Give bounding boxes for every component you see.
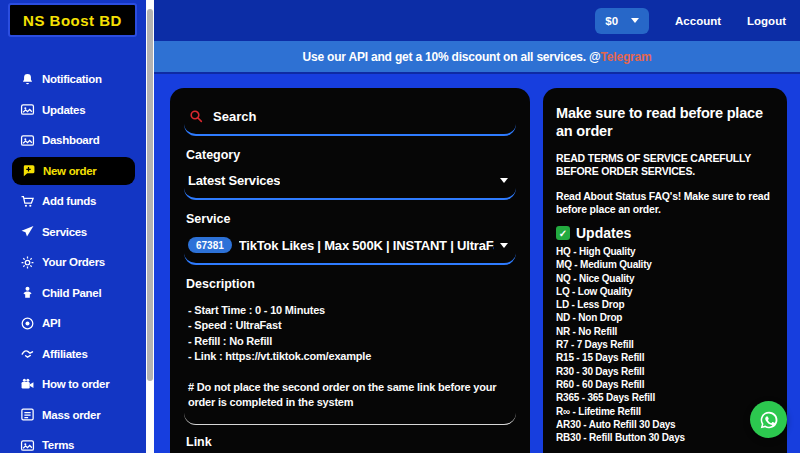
sidebar-item-affiliates[interactable]: Affiliates (0, 339, 146, 370)
category-select[interactable]: Latest Services (184, 166, 516, 200)
sidebar-item-label: API (42, 317, 60, 329)
paper-plane-icon (20, 224, 35, 239)
updates-list-item: LD - Less Drop (556, 298, 774, 311)
search-input[interactable] (213, 109, 493, 124)
sidebar-item-dashboard[interactable]: Dashboard (0, 125, 146, 156)
sidebar: NS Boost BD Notification Updates Dashboa… (0, 0, 146, 453)
sidebar-item-label: Mass order (42, 409, 100, 421)
whatsapp-button[interactable] (750, 401, 787, 438)
updates-header: Updates (556, 225, 774, 241)
sidebar-item-child-panel[interactable]: Child Panel (0, 278, 146, 309)
sidebar-item-label: Child Panel (42, 287, 101, 299)
sidebar-item-label: New order (43, 165, 97, 177)
service-name-text: TikTok Likes | Max 500K | INSTANT | Ultr… (239, 238, 494, 253)
category-selected-value: Latest Services (188, 173, 280, 188)
image-icon (20, 438, 35, 453)
updates-list-item: LQ - Low Quality (556, 285, 774, 298)
terms-warning-text: READ TERMS OF SERVICE CAREFULLY BEFORE O… (556, 152, 774, 178)
logout-link[interactable]: Logout (747, 15, 786, 27)
image-icon (20, 133, 35, 148)
video-icon (20, 377, 35, 392)
check-icon (556, 226, 570, 240)
circle-dot-icon (20, 316, 35, 331)
service-selected-value: 67381 TikTok Likes | Max 500K | INSTANT … (188, 237, 494, 253)
whatsapp-icon (758, 409, 780, 431)
sidebar-item-label: Add funds (42, 195, 96, 207)
updates-list-item: HQ - High Quality (556, 245, 774, 258)
gear-icon (20, 255, 35, 270)
sidebar-item-label: Your Orders (42, 256, 105, 268)
service-select[interactable]: 67381 TikTok Likes | Max 500K | INSTANT … (184, 230, 516, 265)
sidebar-item-label: How to order (42, 378, 109, 390)
api-discount-banner: Use our API and get a 10% discount on al… (154, 41, 800, 72)
description-text: - Start Time : 0 - 10 Minutes - Speed : … (184, 295, 516, 425)
description-label: Description (186, 277, 516, 291)
chevron-down-icon (631, 18, 639, 23)
sidebar-item-label: Affiliates (42, 348, 88, 360)
sidebar-item-label: Terms (42, 439, 74, 451)
sidebar-item-label: Updates (42, 104, 85, 116)
updates-list-item: AR30 - Auto Refill 30 Days (556, 418, 774, 431)
sidebar-item-label: Services (42, 226, 87, 238)
updates-list: HQ - High QualityMQ - Medium QualityNQ -… (556, 245, 774, 444)
sidebar-scrollbar-thumb[interactable] (147, 9, 153, 381)
bell-icon (20, 72, 35, 87)
updates-list-item: R15 - 15 Days Refill (556, 351, 774, 364)
balance-value: $0 (605, 15, 618, 27)
faq-warning-text: Read About Status FAQ's! Make sure to re… (556, 190, 774, 216)
updates-list-item: R∞ - Lifetime Refill (556, 405, 774, 418)
sidebar-item-mass-order[interactable]: Mass order (0, 400, 146, 431)
sidebar-item-how-to-order[interactable]: How to order (0, 369, 146, 400)
chevron-down-icon (500, 243, 508, 248)
service-label: Service (186, 212, 516, 226)
sidebar-item-notification[interactable]: Notification (0, 64, 146, 95)
sidebar-item-add-funds[interactable]: Add funds (0, 186, 146, 217)
sidebar-item-new-order[interactable]: New order (12, 157, 135, 186)
updates-list-item: NR - No Refill (556, 325, 774, 338)
brand-logo[interactable]: NS Boost BD (8, 3, 137, 37)
sidebar-item-services[interactable]: Services (0, 217, 146, 248)
sidebar-menu: Notification Updates Dashboard New order… (0, 64, 146, 453)
comment-plus-icon (21, 163, 36, 178)
updates-title: Updates (576, 225, 631, 241)
list-icon (20, 407, 35, 422)
telegram-link[interactable]: Telegram (601, 50, 652, 64)
handshake-icon (20, 346, 35, 361)
updates-list-item: ND - Non Drop (556, 311, 774, 324)
sidebar-item-your-orders[interactable]: Your Orders (0, 247, 146, 278)
banner-text: Use our API and get a 10% discount on al… (303, 50, 601, 64)
updates-list-item: R30 - 30 Days Refill (556, 365, 774, 378)
sidebar-item-api[interactable]: API (0, 308, 146, 339)
search-field[interactable] (184, 102, 516, 136)
updates-list-item: RB30 - Refill Button 30 Days (556, 431, 774, 444)
updates-list-item: R7 - 7 Days Refill (556, 338, 774, 351)
account-link[interactable]: Account (675, 15, 721, 27)
balance-dropdown[interactable]: $0 (595, 8, 649, 34)
link-label: Link (186, 435, 516, 449)
cart-icon (20, 194, 35, 209)
new-order-card: Category Latest Services Service 67381 T… (170, 88, 530, 453)
sidebar-item-label: Dashboard (42, 134, 99, 146)
info-panel: Make sure to read before place an order … (543, 88, 787, 453)
sidebar-item-label: Notification (42, 73, 102, 85)
new-order-page: { "brand": { "logo_text": "NS Boost BD" … (0, 0, 800, 453)
sidebar-item-terms[interactable]: Terms (0, 430, 146, 453)
service-id-badge: 67381 (188, 237, 232, 253)
image-icon (20, 102, 35, 117)
sidebar-item-updates[interactable]: Updates (0, 95, 146, 126)
category-label: Category (186, 148, 516, 162)
topbar: $0 Account Logout (154, 0, 800, 41)
updates-list-item: MQ - Medium Quality (556, 258, 774, 271)
updates-list-item: R365 - 365 Days Refill (556, 391, 774, 404)
chevron-down-icon (500, 178, 508, 183)
info-panel-title: Make sure to read before place an order (556, 104, 774, 140)
updates-list-item: R60 - 60 Days Refill (556, 378, 774, 391)
updates-list-item: NQ - Nice Quality (556, 272, 774, 285)
child-icon (20, 285, 35, 300)
search-icon (188, 108, 204, 124)
